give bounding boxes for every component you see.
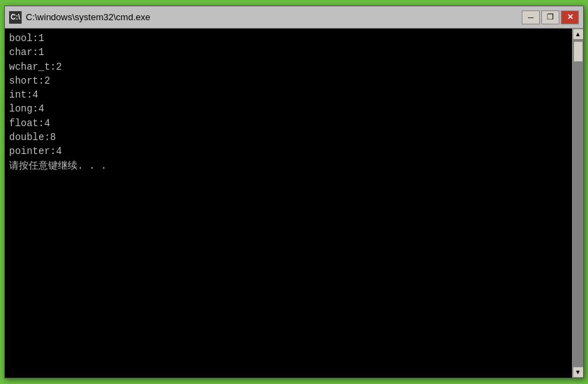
console-body: bool:1char:1wchar_t:2short:2int:4long:4f…	[5, 29, 583, 378]
console-line: pointer:4	[9, 144, 568, 158]
restore-button[interactable]: ❐	[541, 10, 559, 24]
scroll-up-arrow[interactable]: ▲	[573, 29, 584, 40]
console-line: bool:1	[9, 31, 568, 45]
titlebar: C:\ C:\windows\system32\cmd.exe ─ ❐ ✕	[5, 6, 583, 29]
scrollbar[interactable]: ▲ ▼	[572, 29, 583, 378]
close-button[interactable]: ✕	[561, 10, 579, 24]
console-line: wchar_t:2	[9, 60, 568, 74]
console-line: float:4	[9, 116, 568, 130]
console-content: bool:1char:1wchar_t:2short:2int:4long:4f…	[5, 29, 572, 378]
titlebar-controls: ─ ❐ ✕	[522, 10, 579, 24]
console-line: char:1	[9, 45, 568, 59]
minimize-button[interactable]: ─	[522, 10, 540, 24]
console-line: long:4	[9, 102, 568, 116]
scroll-down-arrow[interactable]: ▼	[573, 367, 584, 378]
scrollbar-track[interactable]	[573, 40, 583, 367]
scrollbar-thumb[interactable]	[573, 41, 583, 62]
app-icon: C:\	[9, 11, 22, 24]
cmd-window: C:\ C:\windows\system32\cmd.exe ─ ❐ ✕ bo…	[4, 6, 584, 378]
console-line: 请按任意键继续. . .	[9, 159, 568, 173]
window-title: C:\windows\system32\cmd.exe	[26, 12, 150, 22]
console-line: short:2	[9, 74, 568, 88]
titlebar-left: C:\ C:\windows\system32\cmd.exe	[9, 11, 150, 24]
console-line: double:8	[9, 130, 568, 144]
console-line: int:4	[9, 88, 568, 102]
